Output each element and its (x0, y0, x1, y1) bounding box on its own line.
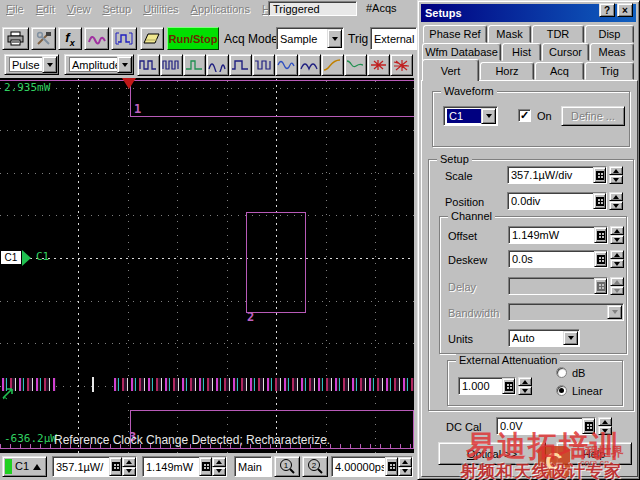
measure-pulse3-button[interactable] (160, 54, 183, 76)
keypad-icon[interactable] (594, 251, 607, 267)
status-message: Reference Clock Change Detected; Rechara… (54, 433, 330, 447)
vertical-offset-field[interactable]: 1.149mW (142, 456, 227, 477)
linear-radio[interactable] (556, 385, 567, 396)
chevron-down-icon[interactable] (481, 108, 496, 124)
position-field[interactable]: 0.0div (507, 192, 607, 210)
channel-select-label: C1 (15, 460, 29, 472)
vertical-scale-spinner[interactable] (122, 457, 136, 476)
dc-cal-spinner[interactable] (598, 417, 612, 435)
measure-square-button[interactable] (229, 54, 252, 76)
help-button[interactable]: Help (556, 442, 632, 465)
units-select[interactable]: Auto (508, 329, 580, 347)
chevron-down-icon[interactable] (42, 56, 57, 73)
dc-cal-field[interactable]: 0.0V (496, 417, 596, 435)
print-button[interactable] (2, 27, 29, 50)
gridline (0, 130, 414, 131)
scale-spinner[interactable] (609, 166, 623, 184)
keypad-icon[interactable] (502, 378, 515, 394)
deskew-field[interactable]: 0.0s (508, 250, 608, 268)
chevron-down-icon[interactable] (117, 56, 132, 73)
offset-spinner[interactable] (610, 226, 624, 244)
math-fx-button[interactable]: fx (58, 27, 82, 50)
chevron-down-icon[interactable] (327, 29, 342, 48)
close-button[interactable]: × (617, 3, 633, 17)
measure-single-pulse-button[interactable] (183, 54, 206, 76)
chevron-down-icon[interactable] (563, 331, 578, 345)
waveform-on-checkbox[interactable]: ✓ (518, 109, 531, 122)
deskew-spinner[interactable] (610, 250, 624, 268)
dc-cal-value: 0.0V (500, 419, 581, 433)
round-bumps-icon (208, 58, 227, 72)
acq-mode-select[interactable]: Sample (276, 27, 344, 50)
acqs-count-label: #Acqs (366, 2, 397, 14)
tab-phase-ref[interactable]: Phase Ref (423, 25, 487, 43)
measure-rise-button[interactable] (321, 54, 344, 76)
measure-eye2-button[interactable] (390, 54, 413, 76)
tab-meas[interactable]: Meas (590, 43, 634, 61)
menu-edit[interactable]: Edit (30, 1, 61, 17)
channel-select-button[interactable]: C1 (2, 456, 47, 477)
waveform-database-button[interactable] (84, 27, 109, 50)
keypad-icon[interactable] (594, 227, 607, 243)
tab-vert[interactable]: Vert (422, 59, 479, 81)
position-spinner[interactable] (609, 192, 623, 210)
offset-field[interactable]: 1.149mW (508, 226, 608, 244)
channel-pointer-badge[interactable]: C1 (0, 250, 22, 265)
keypad-icon[interactable] (199, 457, 212, 476)
tab-trig[interactable]: Trig (585, 62, 634, 80)
keypad-icon[interactable] (109, 457, 122, 476)
vertical-scale-field[interactable]: 357.1µW/ (52, 456, 137, 477)
tab-acq[interactable]: Acq (535, 62, 584, 80)
define-button[interactable]: Define ... (561, 106, 625, 126)
menu-applications[interactable]: Applications (185, 1, 256, 17)
optical-button[interactable]: Optical >> (438, 442, 546, 465)
bandwidth-label: Bandwidth (448, 307, 499, 319)
scale-field[interactable]: 357.1µW/div (507, 166, 607, 184)
question-icon: ? (604, 5, 610, 16)
tab-tdr[interactable]: TDR (532, 25, 584, 43)
waveform-source-select[interactable]: C1 (443, 106, 498, 126)
tab-cursor[interactable]: Cursor (542, 43, 589, 61)
tools-button[interactable] (31, 27, 56, 50)
channel-pointer-arrow-icon[interactable] (22, 250, 31, 266)
run-stop-button[interactable]: Run/Stop (167, 27, 219, 50)
attenuation-spinner[interactable] (518, 377, 532, 395)
measure-inverted-pulse-button[interactable] (252, 54, 275, 76)
tab-horz[interactable]: Horz (480, 62, 534, 80)
menu-view[interactable]: View (61, 1, 97, 17)
keypad-icon[interactable] (582, 418, 595, 434)
menu-utilities[interactable]: Utilities (137, 1, 184, 17)
keypad-icon[interactable] (385, 457, 398, 476)
mag1-button[interactable]: 1 (274, 456, 300, 477)
horizontal-scale-spinner[interactable] (398, 457, 412, 476)
menu-file[interactable]: File (0, 1, 30, 17)
waveform-display[interactable]: 1 2 3 2.935mW -636.2µW C1 Reference Cloc… (0, 78, 414, 453)
measure-pulse2-button[interactable] (137, 54, 160, 76)
vertical-offset-spinner[interactable] (212, 457, 226, 476)
keypad-icon[interactable] (593, 193, 606, 209)
mag2-button[interactable]: 2 (302, 456, 328, 477)
measure-sine-button[interactable] (275, 54, 298, 76)
measure-bumps2-button[interactable] (298, 54, 321, 76)
trig-source-field[interactable]: External Dir (370, 27, 417, 50)
measure-burst-button[interactable] (206, 54, 229, 76)
db-radio[interactable] (556, 367, 567, 378)
channel-group: Channel Offset 1.149mW Deskew 0.0s Delay (439, 216, 627, 354)
erase-button[interactable] (140, 27, 164, 50)
attenuation-field[interactable]: 1.000 (458, 377, 516, 395)
tab-mask[interactable]: Mask (488, 25, 531, 43)
measure-type-select[interactable]: Amplitude (64, 54, 134, 75)
timebase-field[interactable]: Main (234, 456, 272, 477)
trigger-marker-icon[interactable] (122, 78, 136, 89)
menu-setup[interactable]: Setup (96, 1, 137, 17)
gridline (78, 78, 79, 453)
keypad-icon[interactable] (593, 167, 606, 183)
tab-disp[interactable]: Disp (585, 25, 634, 43)
measure-category-select[interactable]: Pulse (4, 54, 59, 75)
measure-settle-button[interactable] (344, 54, 367, 76)
measure-eye1-button[interactable] (367, 54, 390, 76)
vertical-setup-button[interactable] (111, 27, 137, 50)
tab-hist[interactable]: Hist (502, 43, 541, 61)
horizontal-scale-field[interactable]: 4.00000ps (331, 456, 413, 477)
help-titlebar-button[interactable]: ? (599, 3, 615, 17)
